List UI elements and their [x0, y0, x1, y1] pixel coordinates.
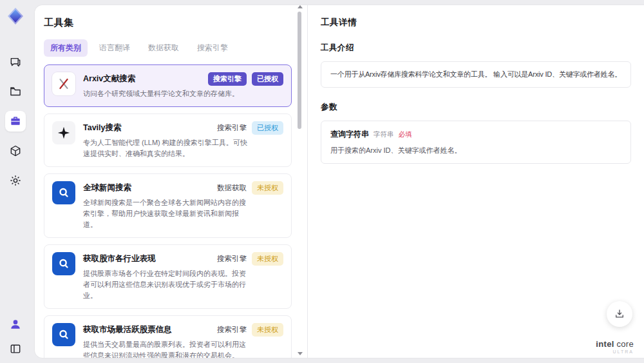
tool-auth-badge: 已授权 — [252, 121, 283, 135]
toolbox-icon[interactable] — [5, 111, 26, 132]
tool-category-badge: 搜索引擎 — [208, 72, 247, 86]
detail-title: 工具详情 — [321, 17, 631, 28]
intel-core-logo: intel core ULTRA — [596, 339, 634, 354]
user-icon[interactable] — [5, 314, 26, 335]
tool-meta: 搜索引擎已授权 — [208, 72, 283, 86]
param-list: 查询字符串字符串必填用于搜索的Arxiv ID、关键字或作者姓名。 — [321, 121, 631, 164]
chat-icon[interactable] — [5, 52, 26, 72]
tool-meta: 搜索引擎未授权 — [217, 323, 283, 337]
tool-detail-panel: 工具详情 工具介绍 一个用于从Arxiv存储库搜索科学论文和文章的工具。 输入可… — [307, 5, 644, 358]
tab-3[interactable]: 搜索引擎 — [191, 39, 234, 57]
tool-description: 提供当天交易量最高的股票列表。投资者可以利用这些信息来识别流动性强的股票和潜在的… — [83, 339, 252, 358]
tool-meta: 数据获取未授权 — [217, 181, 283, 195]
settings-gear-icon[interactable] — [5, 170, 26, 191]
intro-heading: 工具介绍 — [321, 43, 631, 54]
tool-card[interactable]: Arxiv文献搜索访问各个研究领域大量科学论文和文章的存储库。搜索引擎已授权 — [44, 64, 292, 107]
tool-intro-text: 一个用于从Arxiv存储库搜索科学论文和文章的工具。 输入可以是Arxiv ID… — [321, 61, 631, 88]
tool-auth-badge: 未授权 — [252, 181, 283, 195]
app-window: 工具集 所有类别语言翻译数据获取搜索引擎 Arxiv文献搜索访问各个研究领域大量… — [0, 0, 644, 363]
tool-card[interactable]: 获取股市各行业表现提供股票市场各个行业在特定时间段内的表现。投资者可以利用这些信… — [44, 244, 292, 309]
params-heading: 参数 — [321, 102, 631, 113]
tool-card[interactable]: 全球新闻搜索全球新闻搜索是一个聚合全球各大新闻网站内容的搜索引擎，帮助用户快速获… — [44, 173, 292, 238]
left-rail — [0, 0, 31, 363]
tab-1[interactable]: 语言翻译 — [93, 39, 137, 57]
tool-meta: 搜索引擎已授权 — [217, 121, 283, 135]
download-icon — [614, 308, 625, 320]
cube-icon[interactable] — [5, 141, 26, 161]
tavily-icon — [52, 121, 75, 144]
blueq-icon — [52, 181, 75, 204]
blueq-icon — [52, 252, 75, 275]
tool-auth-badge: 未授权 — [252, 323, 283, 337]
tool-auth-badge: 未授权 — [252, 252, 283, 266]
page-title: 工具集 — [44, 17, 307, 29]
tool-description: 专为人工智能代理 (LLM) 构建的搜索引擎工具。可快速提供实时、准确和真实的结… — [83, 137, 252, 159]
param-description: 用于搜索的Arxiv ID、关键字或作者姓名。 — [330, 146, 621, 155]
category-tabs: 所有类别语言翻译数据获取搜索引擎 — [44, 39, 307, 57]
tab-2[interactable]: 数据获取 — [142, 39, 185, 57]
arxiv-icon — [52, 72, 75, 95]
app-logo-icon — [6, 6, 25, 26]
scrollbar-thumb[interactable] — [298, 12, 301, 129]
tool-meta: 搜索引擎未授权 — [217, 252, 283, 266]
param-name: 查询字符串 — [330, 129, 369, 140]
tool-description: 全球新闻搜索是一个聚合全球各大新闻网站内容的搜索引擎，帮助用户快速获取全球最新资… — [83, 197, 252, 230]
tab-0[interactable]: 所有类别 — [44, 39, 88, 57]
blueq-icon — [52, 323, 75, 346]
tool-auth-badge: 已授权 — [252, 72, 283, 86]
tool-category-badge: 数据获取 — [217, 183, 247, 193]
brand-intel: intel — [596, 339, 614, 349]
param-required-badge: 必填 — [398, 130, 412, 139]
folder-icon[interactable] — [5, 81, 26, 102]
content-panel: 工具集 所有类别语言翻译数据获取搜索引擎 Arxiv文献搜索访问各个研究领域大量… — [35, 5, 644, 358]
download-button[interactable] — [607, 301, 632, 327]
tool-list-panel: 工具集 所有类别语言翻译数据获取搜索引擎 Arxiv文献搜索访问各个研究领域大量… — [35, 5, 307, 358]
scroll-up-icon[interactable] — [298, 5, 303, 8]
scrollbar[interactable] — [297, 5, 302, 355]
tool-card[interactable]: 获取市场最活跃股票信息提供当天交易量最高的股票列表。投资者可以利用这些信息来识别… — [44, 315, 292, 358]
scroll-down-icon[interactable] — [298, 352, 303, 355]
param-item: 查询字符串字符串必填用于搜索的Arxiv ID、关键字或作者姓名。 — [321, 121, 631, 164]
tool-category-badge: 搜索引擎 — [217, 325, 247, 335]
tool-category-badge: 搜索引擎 — [217, 123, 247, 133]
tool-list: Arxiv文献搜索访问各个研究领域大量科学论文和文章的存储库。搜索引擎已授权Ta… — [44, 64, 307, 358]
brand-core: core — [617, 339, 634, 349]
tool-description: 提供股票市场各个行业在特定时间段内的表现。投资者可以利用这些信息来识别表现优于或… — [83, 268, 252, 301]
param-type: 字符串 — [374, 130, 394, 139]
tool-card[interactable]: Tavily搜索专为人工智能代理 (LLM) 构建的搜索引擎工具。可快速提供实时… — [44, 113, 292, 167]
brand-ultra: ULTRA — [596, 349, 634, 354]
tool-description: 访问各个研究领域大量科学论文和文章的存储库。 — [83, 88, 283, 99]
tool-category-badge: 搜索引擎 — [217, 254, 247, 264]
layout-toggle-icon[interactable] — [5, 338, 26, 359]
